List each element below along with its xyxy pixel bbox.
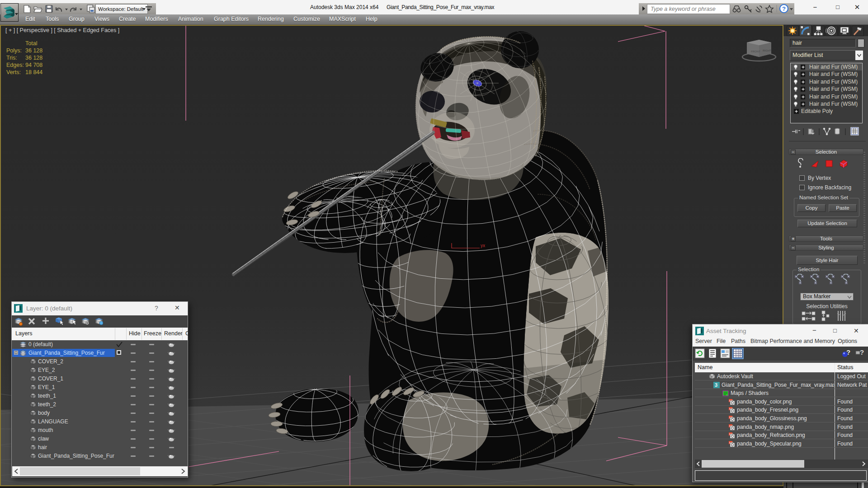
svg-text:[ + ] [ Perspective ] [ Shaded: [ + ] [ Perspective ] [ Shaded + Edged F… (5, 27, 119, 33)
svg-text:36 128: 36 128 (25, 47, 42, 54)
svg-text:?: ? (860, 348, 864, 356)
svg-text:RIGHT: RIGHT (763, 49, 771, 52)
svg-text:Edges:: Edges: (6, 62, 24, 68)
svg-text:FRONT: FRONT (751, 50, 760, 53)
svg-text:Total: Total (25, 40, 37, 47)
svg-text:Verts:: Verts: (6, 69, 21, 75)
svg-text:Polys:: Polys: (6, 47, 22, 54)
svg-text:94 708: 94 708 (25, 62, 42, 68)
svg-text:36 128: 36 128 (25, 55, 42, 61)
svg-text:Tris:: Tris: (6, 55, 17, 61)
svg-text:yx: yx (481, 243, 485, 248)
svg-text:18 844: 18 844 (25, 69, 42, 75)
svg-text:?: ? (846, 348, 850, 356)
svg-text:3: 3 (715, 382, 717, 388)
svg-text:?: ? (782, 5, 786, 12)
